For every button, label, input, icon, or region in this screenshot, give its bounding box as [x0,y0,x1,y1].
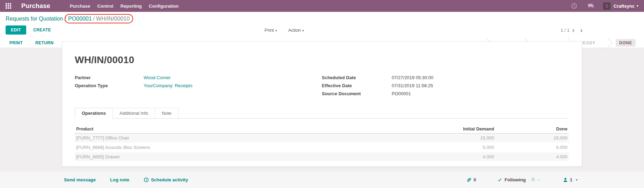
activities-clock-icon[interactable] [571,3,577,9]
user-name: Craftsync [614,3,635,9]
table-row[interactable]: [FURN_8855] Drawer 4.000 4.000 [75,152,569,161]
field-label: Operation Type [75,83,144,88]
breadcrumb-root-link[interactable]: Requests for Quotation [6,16,63,22]
chatter-right: 0 ✓ Following ▾ 1 ▾ [466,177,578,183]
partner-link[interactable]: Wood Corner [144,75,171,80]
action-dropdowns: Print▾ Action▾ [265,28,304,33]
field-label: Partner [75,75,144,80]
create-button[interactable]: CREATE [33,28,51,32]
document-title: WH/IN/00010 [75,54,569,66]
pager-next-icon[interactable]: › [577,28,585,32]
clock-icon [144,177,149,182]
bell-caret-icon: ▾ [538,178,540,182]
field-operation-type: Operation Type YourCompany: Receipts [75,83,322,88]
pager: 1 / 1 ‹ › [560,28,585,33]
field-label: Effective Date [322,83,392,88]
breadcrumb-current: WH/IN/00010 [96,16,130,22]
action-dropdown[interactable]: Action▾ [288,28,304,33]
edit-button[interactable]: EDIT [6,25,26,35]
navbar-right: S Craftsync ▾ [560,2,638,10]
tab-operations[interactable]: Operations [75,108,113,119]
done-cell: 5.000 [495,143,569,152]
field-group-left: Partner Wood Corner Operation Type YourC… [75,75,322,99]
source-document-value: PO00001 [392,91,411,96]
operation-type-link[interactable]: YourCompany: Receipts [144,83,193,88]
log-note-button[interactable]: Log note [110,177,129,182]
control-panel-row: EDIT CREATE Print▾ Action▾ 1 / 1 ‹ › [0,23,644,38]
return-button[interactable]: RETURN [35,40,53,45]
following-label: Following [505,177,526,182]
top-navbar: Purchase Purchase Control Reporting Conf… [0,0,644,12]
product-cell: [FURN_6666] Acoustic Bloc Screens [75,143,422,152]
field-scheduled-date: Scheduled Date 07/27/2019 05:30:00 [322,75,569,80]
following-button[interactable]: ✓ Following ▾ [498,177,539,183]
column-header-product: Product [75,125,422,134]
field-partner: Partner Wood Corner [75,75,322,80]
followers-count: 1 [570,177,572,182]
field-effective-date: Effective Date 07/31/2019 11:56:25 [322,83,569,88]
person-icon [563,177,568,183]
table-row[interactable]: [FURN_6666] Acoustic Bloc Screens 5.000 … [75,143,569,152]
chatter-bar: Send message Log note Schedule activity … [0,172,644,188]
bell-icon[interactable] [530,177,536,183]
user-menu-caret-icon: ▾ [637,4,638,8]
breadcrumb-annotated-group: PO00001/WH/IN/00010 [67,16,130,22]
user-avatar: S [603,2,610,10]
print-caret-icon: ▾ [275,29,277,32]
send-message-button[interactable]: Send message [64,177,96,182]
scheduled-date-value: 07/27/2019 05:30:00 [392,75,433,80]
column-header-done: Done [495,125,569,134]
initial-demand-cell: 4.000 [422,152,495,161]
document-sheet: WH/IN/00010 Partner Wood Corner Operatio… [62,41,582,167]
field-group-right: Scheduled Date 07/27/2019 05:30:00 Effec… [322,75,569,99]
table-row[interactable]: [FURN_7777] Office Chair 15.000 15.000 [75,134,569,143]
breadcrumb: Requests for Quotation/PO00001/WH/IN/000… [0,12,644,23]
column-header-initial-demand: Initial Demand [422,125,495,134]
schedule-activity-button[interactable]: Schedule activity [144,177,188,182]
paperclip-icon [466,177,472,183]
main-menu: Purchase Control Reporting Configuration [66,3,182,9]
operations-table: Product Initial Demand Done [FURN_7777] … [75,125,569,162]
field-label: Source Document [322,91,392,96]
app-brand: Purchase [21,2,50,10]
breadcrumb-separator: / [63,16,67,22]
breadcrumb-parent-link[interactable]: PO00001 [68,16,92,22]
tab-additional-info[interactable]: Additional Info [113,108,155,118]
done-cell: 15.000 [495,134,569,143]
user-menu[interactable]: S Craftsync ▾ [603,2,638,10]
followers-button[interactable]: 1 ▾ [563,177,578,183]
field-label: Scheduled Date [322,75,392,80]
menu-configuration[interactable]: Configuration [145,3,182,9]
breadcrumb-separator2: / [92,16,96,22]
messages-chat-icon[interactable] [588,3,594,9]
menu-reporting[interactable]: Reporting [117,3,145,9]
print-dropdown[interactable]: Print▾ [265,28,277,33]
print-action-button[interactable]: PRINT [9,40,23,45]
notebook-tabs: Operations Additional Info Note [75,108,569,119]
tab-note[interactable]: Note [155,108,178,118]
followers-caret-icon: ▾ [576,178,578,182]
product-cell: [FURN_7777] Office Chair [75,134,422,143]
initial-demand-cell: 5.000 [422,143,495,152]
check-icon: ✓ [498,177,502,183]
menu-control[interactable]: Control [94,3,117,9]
product-cell: [FURN_8855] Drawer [75,152,422,161]
apps-grid-icon[interactable] [6,3,12,9]
attachments-count: 0 [473,177,476,182]
menu-purchase[interactable]: Purchase [66,3,94,9]
table-header-row: Product Initial Demand Done [75,125,569,134]
attachments-button[interactable]: 0 [466,177,476,183]
control-panel: Requests for Quotation/PO00001/WH/IN/000… [0,12,644,38]
pager-value: 1 / 1 [560,28,569,33]
done-cell: 4.000 [495,152,569,161]
action-caret-icon: ▾ [302,29,304,32]
pager-previous-icon[interactable]: ‹ [570,28,578,32]
effective-date-value: 07/31/2019 11:56:25 [392,83,433,88]
initial-demand-cell: 15.000 [422,134,495,143]
status-step-done[interactable]: DONE [607,38,644,48]
field-source-document: Source Document PO00001 [322,91,569,96]
field-groups: Partner Wood Corner Operation Type YourC… [75,75,569,99]
